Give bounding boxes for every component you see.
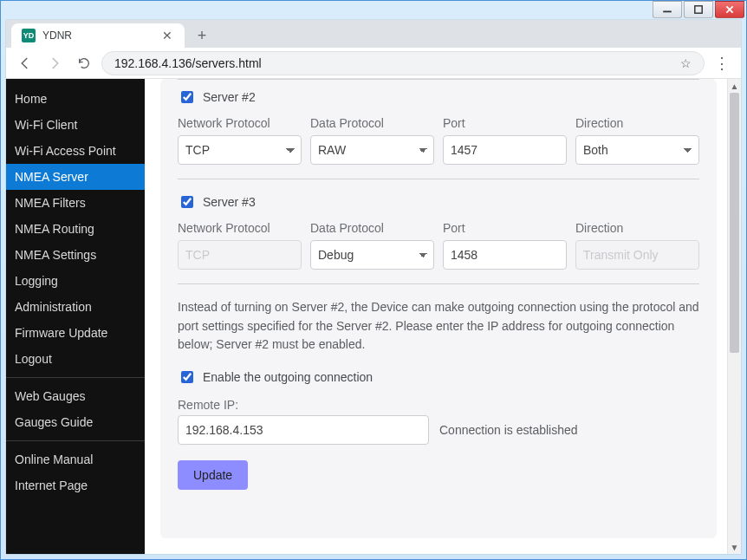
sidebar-item-online-manual[interactable]: Online Manual — [6, 446, 145, 472]
sidebar-item-wifi-client[interactable]: Wi-Fi Client — [6, 112, 145, 138]
bookmark-star-icon[interactable]: ☆ — [680, 56, 692, 70]
settings-panel: Server #2 Network Protocol TCP Data Prot… — [160, 79, 717, 538]
nav-reload-button[interactable] — [72, 51, 96, 75]
server2-network-protocol-select[interactable]: TCP — [178, 135, 302, 165]
sidebar-item-nmea-filters[interactable]: NMEA Filters — [6, 190, 145, 216]
window-close-button[interactable] — [715, 1, 744, 18]
browser-tab[interactable]: YD YDNR ✕ — [11, 23, 185, 48]
server3-enable-checkbox[interactable] — [181, 196, 193, 208]
server2-port-input[interactable] — [443, 135, 567, 165]
window-frame: YD YDNR ✕ + 192.168.4.136/servers.html ☆… — [0, 0, 747, 560]
browser-shell: YD YDNR ✕ + 192.168.4.136/servers.html ☆… — [6, 20, 741, 554]
server2-direction-select[interactable]: Both — [575, 135, 699, 165]
server3-dir-label: Direction — [575, 221, 699, 235]
server2-dir-label: Direction — [575, 116, 699, 130]
divider — [178, 179, 699, 179]
server2-data-protocol-select[interactable]: RAW — [310, 135, 434, 165]
content-scrollbar[interactable]: ▲ ▼ — [727, 79, 741, 554]
sidebar-item-home[interactable]: Home — [6, 86, 145, 112]
window-titlebar — [1, 1, 746, 20]
server2-np-label: Network Protocol — [178, 116, 302, 130]
update-button[interactable]: Update — [178, 460, 248, 490]
tab-close-icon[interactable]: ✕ — [160, 29, 174, 42]
sidebar-item-administration[interactable]: Administration — [6, 294, 145, 320]
connection-status: Connection is established — [439, 423, 578, 437]
server3-port-input[interactable] — [443, 240, 567, 270]
remote-ip-input[interactable] — [178, 415, 429, 445]
sidebar-item-wifi-ap[interactable]: Wi-Fi Access Point — [6, 138, 145, 164]
sidebar: Home Wi-Fi Client Wi-Fi Access Point NME… — [6, 79, 145, 554]
sidebar-item-firmware-update[interactable]: Firmware Update — [6, 320, 145, 346]
page: Home Wi-Fi Client Wi-Fi Access Point NME… — [6, 79, 741, 554]
sidebar-divider — [6, 377, 145, 378]
window-minimize-button[interactable] — [653, 1, 682, 18]
tab-strip: YD YDNR ✕ + — [6, 20, 741, 48]
sidebar-item-nmea-settings[interactable]: NMEA Settings — [6, 242, 145, 268]
svg-rect-1 — [695, 6, 702, 13]
divider — [178, 283, 699, 284]
remote-ip-label: Remote IP: — [178, 398, 699, 412]
browser-menu-button[interactable]: ⋮ — [710, 54, 734, 73]
server3-data-protocol-select[interactable]: Debug — [310, 240, 434, 270]
nav-back-button[interactable] — [13, 51, 37, 75]
url-text: 192.168.4.136/servers.html — [114, 56, 262, 70]
server3-network-protocol-select: TCP — [178, 240, 302, 270]
sidebar-item-nmea-routing[interactable]: NMEA Routing — [6, 216, 145, 242]
server3-dp-label: Data Protocol — [310, 221, 434, 235]
tab-favicon: YD — [22, 29, 36, 42]
sidebar-item-web-gauges[interactable]: Web Gauges — [6, 383, 145, 409]
server2-port-label: Port — [443, 116, 567, 130]
server3-np-label: Network Protocol — [178, 221, 302, 235]
divider — [178, 79, 699, 80]
server3-direction-select: Transmit Only — [575, 240, 699, 270]
window-maximize-button[interactable] — [684, 1, 713, 18]
scrollbar-thumb[interactable] — [730, 93, 739, 353]
outgoing-enable-checkbox[interactable] — [181, 371, 193, 383]
server3-checkbox-label: Server #3 — [203, 195, 256, 209]
sidebar-item-logging[interactable]: Logging — [6, 268, 145, 294]
sidebar-item-gauges-guide[interactable]: Gauges Guide — [6, 409, 145, 435]
address-bar: 192.168.4.136/servers.html ☆ ⋮ — [6, 48, 741, 79]
server2-enable-checkbox[interactable] — [181, 91, 193, 103]
new-tab-button[interactable]: + — [190, 23, 214, 48]
outgoing-checkbox-label: Enable the outgoing connection — [203, 370, 373, 384]
sidebar-item-nmea-server[interactable]: NMEA Server — [6, 164, 145, 190]
sidebar-divider — [6, 440, 145, 441]
sidebar-item-logout[interactable]: Logout — [6, 346, 145, 372]
server2-checkbox-label: Server #2 — [203, 90, 256, 104]
server2-dp-label: Data Protocol — [310, 116, 434, 130]
sidebar-item-internet-page[interactable]: Internet Page — [6, 472, 145, 498]
scroll-down-arrow-icon[interactable]: ▼ — [728, 540, 741, 554]
tab-title: YDNR — [42, 29, 153, 42]
scroll-up-arrow-icon[interactable]: ▲ — [728, 79, 741, 93]
url-field[interactable]: 192.168.4.136/servers.html ☆ — [101, 51, 705, 75]
nav-forward-button[interactable] — [42, 51, 67, 75]
outgoing-help-text: Instead of turning on Server #2, the Dev… — [178, 298, 699, 355]
content-area: Server #2 Network Protocol TCP Data Prot… — [145, 79, 741, 554]
server3-port-label: Port — [443, 221, 567, 235]
